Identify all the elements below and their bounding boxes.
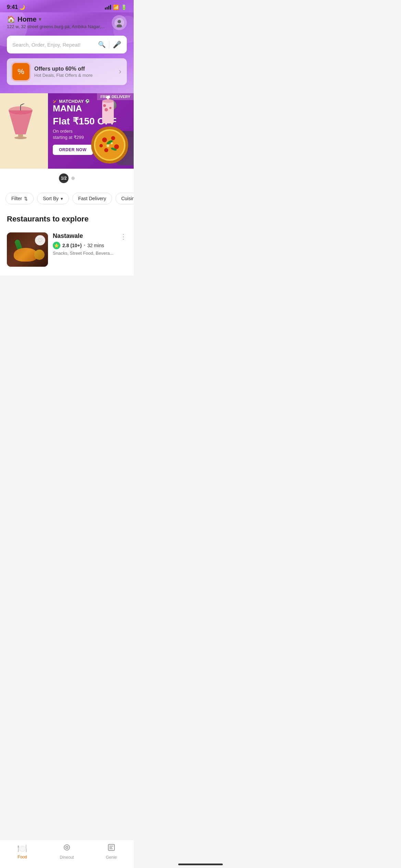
star-icon: ⭐ — [54, 243, 59, 248]
sort-by-button[interactable]: Sort By ▾ — [37, 193, 69, 204]
promo-slide[interactable]: FREE DELIVERY 🏏 MATCHDAY ⚽ MANIA Flat ₹1… — [0, 93, 134, 169]
filter-row: Filter ⇅ Sort By ▾ Fast Delivery Cuisine… — [0, 188, 134, 209]
profile-icon — [114, 18, 124, 27]
search-placeholder: Search, Order, Enjoy, Repeat! — [12, 42, 95, 48]
cuisine-text: Snacks, Street Food, Bevera... — [53, 251, 127, 256]
chevron-down-icon: ▾ — [61, 196, 63, 201]
svg-point-6 — [14, 136, 27, 139]
dot-separator: • — [84, 243, 85, 248]
pagination-dot-active: 1/2 — [59, 173, 69, 183]
cocktail-visual — [7, 104, 41, 158]
favorite-button[interactable]: ♡ — [35, 235, 45, 245]
svg-point-12 — [109, 107, 111, 109]
svg-point-29 — [111, 142, 113, 144]
header-area: 🏠 Home ▾ 122 w, 32 street greens burg pa… — [0, 12, 134, 93]
wifi-icon: 📶 — [113, 4, 119, 10]
offers-text: Offers upto 60% off Hot Deals, Flat Offe… — [34, 66, 114, 78]
search-divider — [109, 41, 109, 48]
svg-point-25 — [99, 144, 103, 147]
search-bar[interactable]: Search, Order, Enjoy, Repeat! 🔍 🎤 — [7, 36, 127, 53]
promo-left-preview — [0, 93, 48, 169]
svg-point-13 — [105, 108, 108, 111]
fast-delivery-button[interactable]: Fast Delivery — [72, 193, 112, 204]
rating-text: 2.8 (10+) — [62, 243, 82, 248]
chevron-down-icon: ▾ — [39, 16, 41, 22]
search-icon[interactable]: 🔍 — [98, 41, 106, 48]
restaurant-card[interactable]: ♡ Nastawale ⭐ 2.8 (10+) • 32 mins Snacks… — [7, 229, 127, 270]
pizza-visual — [89, 124, 130, 167]
search-container: Search, Order, Enjoy, Repeat! 🔍 🎤 — [7, 36, 127, 53]
section-title: Restaurants to explore — [7, 215, 127, 224]
fast-delivery-label: Fast Delivery — [78, 196, 106, 201]
rating-row: ⭐ 2.8 (10+) • 32 mins — [53, 242, 127, 249]
sort-by-label: Sort By — [43, 196, 59, 201]
location-title[interactable]: 🏠 Home ▾ — [7, 15, 106, 23]
location-address: 122 w, 32 street greens burg pa, Ambika … — [7, 24, 106, 29]
svg-rect-5 — [18, 134, 23, 136]
offers-subtitle: Hot Deals, Flat Offers & more — [34, 73, 114, 78]
offers-title: Offers upto 60% off — [34, 66, 114, 72]
svg-point-11 — [103, 104, 106, 107]
percent-icon: % — [17, 67, 24, 76]
cuisines-label: Cuisines — [121, 196, 134, 201]
offers-arrow-icon: › — [119, 67, 121, 76]
filter-button[interactable]: Filter ⇅ — [5, 193, 34, 204]
match-day-mania: MANIA — [53, 104, 129, 113]
svg-point-22 — [111, 136, 115, 140]
svg-point-21 — [102, 137, 107, 142]
home-icon: 🏠 — [7, 15, 15, 23]
profile-button[interactable] — [112, 15, 127, 30]
mic-icon[interactable]: 🎤 — [113, 40, 121, 49]
svg-point-15 — [106, 96, 110, 99]
svg-point-24 — [104, 148, 108, 152]
delivery-time: 32 mins — [87, 243, 104, 248]
pagination-dot-inactive — [71, 177, 75, 180]
heart-icon: ♡ — [38, 237, 42, 244]
match-day-logo: 🏏 MATCHDAY ⚽ MANIA — [53, 99, 129, 113]
svg-line-8 — [21, 104, 27, 105]
restaurants-section: Restaurants to explore ♡ Nastawale ⭐ — [0, 209, 134, 276]
restaurant-image: ♡ — [7, 232, 48, 267]
restaurant-info: Nastawale ⭐ 2.8 (10+) • 32 mins Snacks, … — [53, 232, 127, 267]
signal-icon — [105, 5, 111, 10]
status-bar: 9:41 🌙 📶 🔋 — [0, 0, 134, 12]
svg-point-28 — [107, 144, 109, 147]
filter-label: Filter — [11, 196, 22, 201]
milkshake-visual — [99, 96, 117, 128]
battery-icon: 🔋 — [121, 4, 127, 10]
location-block[interactable]: 🏠 Home ▾ 122 w, 32 street greens burg pa… — [7, 15, 106, 29]
svg-marker-4 — [9, 110, 33, 134]
pagination: 1/2 — [0, 169, 134, 188]
filter-icon: ⇅ — [24, 196, 28, 201]
header-top: 🏠 Home ▾ 122 w, 32 street greens burg pa… — [0, 12, 134, 32]
location-label: Home — [17, 15, 37, 23]
status-time: 9:41 — [7, 4, 18, 10]
more-options-button[interactable]: ⋮ — [120, 232, 127, 241]
cuisines-button[interactable]: Cuisines ▾ — [116, 193, 134, 204]
order-now-button[interactable]: ORDER NOW — [53, 145, 93, 155]
restaurant-name: Nastawale — [53, 232, 127, 240]
offers-banner[interactable]: % Offers upto 60% off Hot Deals, Flat Of… — [7, 58, 127, 85]
status-icons: 📶 🔋 — [105, 4, 127, 10]
offers-icon-wrap: % — [12, 63, 29, 80]
promo-carousel: FREE DELIVERY 🏏 MATCHDAY ⚽ MANIA Flat ₹1… — [0, 93, 134, 188]
moon-icon: 🌙 — [19, 4, 25, 10]
rating-badge: ⭐ — [53, 242, 60, 249]
svg-point-1 — [118, 20, 121, 23]
